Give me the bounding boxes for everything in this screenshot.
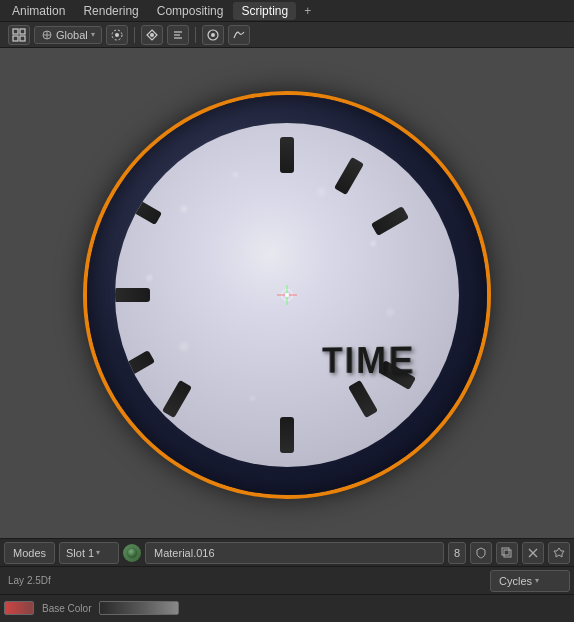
material-slot-dropdown[interactable]: Slot 1 ▾ [59, 542, 119, 564]
hour-marker-12 [280, 137, 294, 173]
render-engine-label: Cycles [499, 575, 532, 587]
status-text: Lay 2.5Df [4, 575, 55, 586]
hour-marker-9 [115, 288, 150, 302]
snap-toggle-button[interactable] [141, 25, 163, 45]
material-sphere-icon [123, 544, 141, 562]
base-color-label: Base Color [38, 603, 95, 614]
pivot-icon [110, 28, 124, 42]
svg-rect-16 [504, 550, 511, 557]
material-name-label: Material.016 [154, 547, 215, 559]
menu-item-scripting[interactable]: Scripting [233, 2, 296, 20]
copy-icon [501, 547, 513, 559]
hour-marker-7 [162, 380, 192, 418]
hour-marker-6 [280, 417, 294, 453]
remove-material-button[interactable] [522, 542, 544, 564]
pin-button[interactable] [548, 542, 570, 564]
duplicate-material-button[interactable] [496, 542, 518, 564]
hour-marker-2 [371, 206, 409, 236]
svg-point-9 [150, 33, 154, 37]
color-preview-bar [99, 601, 179, 615]
pivot-point-button[interactable] [106, 25, 128, 45]
clock-time-text: TIME [322, 339, 416, 383]
proportional-editing-button[interactable] [202, 25, 224, 45]
falloff-icon [232, 28, 246, 42]
svg-rect-17 [502, 548, 509, 555]
menu-item-rendering[interactable]: Rendering [75, 2, 146, 20]
svg-point-14 [211, 33, 215, 37]
slot-chevron: ▾ [96, 548, 100, 557]
toolbar: Global ▾ [0, 22, 574, 48]
svg-point-15 [127, 548, 137, 558]
material-count-badge: 8 [448, 542, 466, 564]
status-row-2: Lay 2.5Df Cycles ▾ [0, 567, 574, 595]
modes-button[interactable]: Modes [4, 542, 55, 564]
svg-rect-1 [20, 29, 25, 34]
svg-rect-0 [13, 29, 18, 34]
modes-label: Modes [13, 547, 46, 559]
svg-rect-2 [13, 36, 18, 41]
render-engine-dropdown[interactable]: Cycles ▾ [490, 570, 570, 592]
top-menu-bar: Animation Rendering Compositing Scriptin… [0, 0, 574, 22]
snap-options-button[interactable] [167, 25, 189, 45]
hour-marker-5 [348, 380, 378, 418]
snap-options-icon [171, 28, 185, 42]
base-color-swatch[interactable] [4, 601, 34, 615]
material-count: 8 [454, 547, 460, 559]
x-icon [528, 548, 538, 558]
render-engine-chevron: ▾ [535, 576, 539, 585]
divider-1 [134, 27, 135, 43]
add-workspace-button[interactable]: + [298, 2, 317, 20]
falloff-type-button[interactable] [228, 25, 250, 45]
svg-rect-3 [20, 36, 25, 41]
menu-item-animation[interactable]: Animation [4, 2, 73, 20]
editor-type-button[interactable] [8, 25, 30, 45]
transform-orientation-dropdown[interactable]: Global ▾ [34, 26, 102, 44]
status-bar: Modes Slot 1 ▾ Material.016 8 [0, 538, 574, 622]
snap-icon [145, 28, 159, 42]
status-row-1: Modes Slot 1 ▾ Material.016 8 [0, 539, 574, 567]
pin-icon [553, 547, 565, 559]
slot-label: Slot 1 [66, 547, 94, 559]
material-shield-button[interactable] [470, 542, 492, 564]
hour-marker-1 [334, 157, 364, 195]
divider-2 [195, 27, 196, 43]
shield-icon [475, 547, 487, 559]
cursor-dot [285, 293, 289, 297]
sphere-svg [125, 546, 139, 560]
menu-item-compositing[interactable]: Compositing [149, 2, 232, 20]
3d-viewport[interactable]: TIME [0, 48, 574, 558]
3d-cursor [277, 285, 297, 305]
proportional-icon [206, 28, 220, 42]
chevron-icon: ▾ [91, 30, 95, 39]
orientation-icon [41, 29, 53, 41]
material-name-field[interactable]: Material.016 [145, 542, 444, 564]
transform-label: Global [56, 29, 88, 41]
svg-point-7 [115, 33, 119, 37]
clock-model: TIME [87, 95, 487, 495]
status-row-3: Base Color [0, 595, 574, 621]
clock-face: TIME [115, 123, 459, 467]
